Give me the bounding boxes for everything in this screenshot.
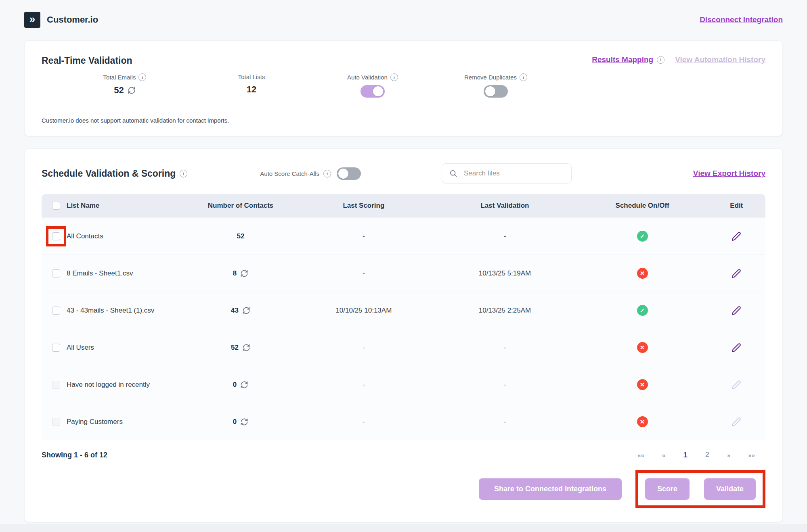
view-automation-history-link: View Automation History <box>675 55 765 64</box>
table-footer: Showing 1 - 6 of 12 «« « 12 » »» <box>42 451 765 459</box>
info-icon[interactable]: i <box>390 73 398 81</box>
table-row: Paying Customers 0 - - ✕ <box>42 403 765 440</box>
schedule-status-icon[interactable]: ✓ <box>637 231 648 242</box>
edit-button[interactable] <box>732 343 741 353</box>
column-header-contacts: Number of Contacts <box>187 202 295 210</box>
table-row: All Users 52 - - ✕ <box>42 329 765 366</box>
remove-duplicates-toggle[interactable] <box>484 85 508 98</box>
disconnect-integration-link[interactable]: Disconnect Integration <box>700 15 783 24</box>
stat-value: 12 <box>247 84 256 95</box>
schedule-validation-card: Schedule Validation & Scoring i Auto Sco… <box>24 148 783 522</box>
row-contacts-value: 52 <box>237 232 245 240</box>
auto-validation-toggle[interactable] <box>361 85 385 98</box>
row-last-validation: 10/13/25 2:25AM <box>432 307 577 315</box>
row-list-name: All Contacts <box>67 232 103 240</box>
column-header-schedule: Schedule On/Off <box>577 202 708 210</box>
edit-button[interactable] <box>732 380 741 390</box>
lists-table: List Name Number of Contacts Last Scorin… <box>42 194 765 440</box>
pagination-first-button[interactable]: «« <box>637 452 644 459</box>
row-last-scoring: - <box>295 418 433 426</box>
search-input[interactable] <box>463 169 564 178</box>
stat-total-emails: Total Emails i 52 <box>84 73 165 96</box>
stat-label: Total Lists <box>238 73 265 80</box>
pagination-page-2[interactable]: 2 <box>705 451 709 459</box>
auto-score-label: Auto Score Catch-Alls <box>260 170 319 177</box>
refresh-icon[interactable] <box>240 381 248 389</box>
row-contacts-value: 8 <box>233 269 237 277</box>
row-checkbox[interactable] <box>52 344 60 352</box>
schedule-title: Schedule Validation & Scoring <box>42 168 176 179</box>
table-row: 8 Emails - Sheet1.csv 8 - 10/13/25 5:19A… <box>42 255 765 292</box>
pagination-prev-button[interactable]: « <box>662 452 665 459</box>
row-contacts-value: 0 <box>233 381 237 389</box>
refresh-icon[interactable] <box>242 307 250 315</box>
row-list-name: 8 Emails - Sheet1.csv <box>67 269 133 277</box>
info-icon[interactable]: i <box>520 73 527 81</box>
toggle-label: Remove Duplicates <box>464 74 517 81</box>
row-last-scoring: - <box>295 269 433 277</box>
view-export-history-link[interactable]: View Export History <box>693 169 765 178</box>
refresh-icon[interactable] <box>240 269 248 277</box>
column-header-last-validation: Last Validation <box>432 202 577 210</box>
schedule-status-icon[interactable]: ✓ <box>637 305 648 316</box>
schedule-status-icon[interactable]: ✕ <box>637 342 648 353</box>
realtime-note: Customer.io does not support automatic v… <box>42 117 765 124</box>
row-contacts-value: 43 <box>231 307 239 315</box>
info-icon[interactable]: i <box>323 170 331 177</box>
info-icon[interactable]: i <box>657 56 664 64</box>
pagination: «« « 12 » »» <box>637 451 755 459</box>
column-header-edit: Edit <box>708 202 765 210</box>
edit-button[interactable] <box>732 269 741 278</box>
row-contacts-value: 52 <box>231 344 239 352</box>
auto-score-control: Auto Score Catch-Alls i <box>260 167 361 180</box>
results-mapping-link[interactable]: Results Mapping <box>592 55 653 64</box>
row-checkbox[interactable] <box>52 418 60 426</box>
column-header-list-name: List Name <box>67 202 99 210</box>
row-checkbox[interactable] <box>52 307 60 315</box>
row-checkbox[interactable] <box>52 381 60 389</box>
schedule-status-icon[interactable]: ✕ <box>637 379 648 390</box>
row-last-scoring: - <box>295 232 433 240</box>
stat-value: 52 <box>114 85 124 96</box>
row-last-validation: - <box>432 344 577 352</box>
table-header-row: List Name Number of Contacts Last Scorin… <box>42 194 765 217</box>
row-last-validation: 10/13/25 5:19AM <box>432 269 577 277</box>
refresh-icon[interactable] <box>240 418 248 426</box>
column-header-last-scoring: Last Scoring <box>295 202 433 210</box>
row-checkbox[interactable] <box>52 232 60 240</box>
row-last-validation: - <box>432 381 577 389</box>
pagination-pages: 12 <box>683 451 709 459</box>
toggle-knob <box>338 169 348 179</box>
table-row: Have not logged in recently 0 - - ✕ <box>42 366 765 403</box>
search-box <box>442 163 572 184</box>
table-body: All Contacts 52 - - ✓ 8 Emails - Sheet1.… <box>42 217 765 440</box>
schedule-status-icon[interactable]: ✕ <box>637 416 648 427</box>
validate-button[interactable]: Validate <box>704 478 756 500</box>
auto-validation-control: Auto Validation i <box>324 73 421 98</box>
share-to-integrations-button[interactable]: Share to Connected Integrations <box>479 478 622 500</box>
schedule-status-icon[interactable]: ✕ <box>637 268 648 279</box>
score-button[interactable]: Score <box>645 478 690 500</box>
table-row: All Contacts 52 - - ✓ <box>42 217 765 255</box>
top-header: » Customer.io Disconnect Integration <box>24 8 783 31</box>
pagination-page-1[interactable]: 1 <box>683 451 688 459</box>
select-all-checkbox[interactable] <box>52 202 60 210</box>
brand-name: Customer.io <box>47 15 98 25</box>
edit-button[interactable] <box>732 306 741 315</box>
edit-button[interactable] <box>732 232 741 241</box>
refresh-icon[interactable] <box>128 86 136 94</box>
row-list-name: All Users <box>67 344 94 352</box>
stat-total-lists: Total Lists 12 <box>211 73 292 95</box>
row-last-scoring: 10/10/25 10:13AM <box>295 307 433 315</box>
row-contacts-value: 0 <box>233 418 237 426</box>
refresh-icon[interactable] <box>242 344 250 352</box>
pagination-last-button[interactable]: »» <box>748 452 755 459</box>
auto-score-toggle[interactable] <box>337 167 361 180</box>
info-icon[interactable]: i <box>180 170 187 177</box>
edit-button[interactable] <box>732 417 741 427</box>
toggle-knob <box>373 86 383 96</box>
row-checkbox[interactable] <box>52 269 60 277</box>
search-icon <box>449 169 457 177</box>
pagination-next-button[interactable]: » <box>727 452 730 459</box>
info-icon[interactable]: i <box>138 73 146 81</box>
